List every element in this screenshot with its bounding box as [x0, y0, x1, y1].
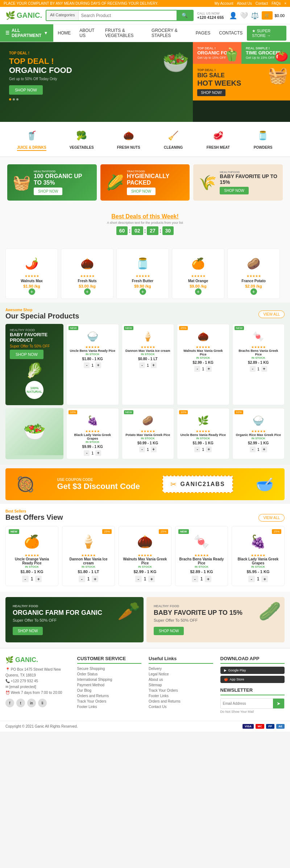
search-input[interactable] — [79, 11, 176, 20]
hero-dot-1[interactable] — [9, 98, 11, 100]
footer-order-status[interactable]: Order Status — [77, 672, 142, 676]
compare-icon[interactable]: ⚖️ — [251, 12, 259, 20]
special-products-section: Awesome Shop Our Special Products VIEW A… — [0, 303, 290, 465]
cat-cleaning[interactable]: 🧹 CLEANING — [163, 127, 183, 151]
top-link-account[interactable]: My Account — [215, 1, 233, 5]
all-departments-button[interactable]: ☰ ALL DEPARTMENT ▼ — [0, 24, 53, 42]
footer-orders-returns2[interactable]: Orders and Returns — [149, 699, 213, 703]
google-play-button[interactable]: ▶ Google Play — [220, 667, 285, 674]
nav-home[interactable]: HOME — [53, 27, 75, 39]
bp-right-shop-button[interactable]: SHOP NOW — [154, 627, 184, 635]
cat-fresh-nuts[interactable]: 🌰 FRESH NUTS — [117, 127, 140, 151]
sp-product-5-qty-minus[interactable]: - — [84, 450, 90, 456]
sp-product-3-qty-plus[interactable]: + — [206, 366, 212, 372]
cart-area[interactable]: 🛒 $0.00 — [262, 11, 285, 20]
close-icon[interactable]: × — [284, 1, 286, 5]
sp-product-4-qty-plus[interactable]: + — [261, 366, 267, 372]
cat-fresh-meat[interactable]: 🥩 FRESH MEAT — [207, 127, 230, 151]
sp-product-5-qty-plus[interactable]: + — [95, 450, 101, 456]
sp-product-2-qty-minus[interactable]: - — [139, 362, 145, 368]
sp-product-2-qty-plus[interactable]: + — [151, 362, 157, 368]
nav-fruits[interactable]: FRUITS & VEGETABLES — [101, 24, 147, 42]
footer-intl-shipping[interactable]: International Shipping — [77, 678, 142, 682]
sp-product-7-qty-plus[interactable]: + — [206, 447, 212, 452]
footer-legal[interactable]: Legal Notice — [149, 672, 213, 676]
best-product-5-qty-plus[interactable]: + — [261, 576, 268, 582]
super-store-button[interactable]: ★ SUPER STORE → — [247, 26, 286, 41]
footer-delivery[interactable]: Delivery — [149, 667, 213, 671]
footer-footer-links2[interactable]: Footer Links — [149, 694, 213, 698]
footer-track-orders[interactable]: Track Your Orders — [77, 699, 142, 703]
sp-product-6-qty-plus[interactable]: + — [151, 447, 157, 452]
search-button[interactable]: 🔍 — [177, 11, 193, 20]
best-view-all-button[interactable]: VIEW ALL — [258, 514, 285, 522]
deal-product-2-add-button[interactable]: + — [84, 288, 91, 295]
search-category-select[interactable]: All Categories — [46, 11, 79, 20]
footer-secure-shopping[interactable]: Secure Shopping — [77, 667, 142, 671]
hero-dot-3[interactable] — [16, 98, 18, 100]
linkedin-icon[interactable]: li — [38, 699, 47, 707]
sp-product-1-qty-plus[interactable]: + — [95, 362, 101, 368]
bp-left-shop-button[interactable]: SHOP NOW — [13, 627, 43, 635]
twitter-icon[interactable]: t — [16, 699, 25, 707]
sp-product-8-qty-plus[interactable]: + — [261, 447, 267, 452]
app-store-button[interactable]: 🍎 App Store — [220, 676, 285, 683]
user-icon[interactable]: 👤 — [229, 12, 237, 20]
best-product-1-qty-plus[interactable]: + — [35, 576, 42, 582]
instagram-icon[interactable]: in — [27, 699, 36, 707]
best-product-2-qty-minus[interactable]: - — [79, 576, 85, 582]
best-product-4-qty-minus[interactable]: - — [192, 576, 198, 582]
promo-organic-button[interactable]: SHOP NOW — [34, 188, 62, 195]
hero-card3-shop-button[interactable]: SHOP NOW! — [197, 89, 225, 96]
cart-icon[interactable]: 🛒 — [262, 11, 273, 20]
sp-product-3-qty-minus[interactable]: - — [194, 366, 200, 372]
hero-shop-now-button[interactable]: SHOP NOW — [9, 85, 43, 95]
best-product-1-qty-minus[interactable]: - — [22, 576, 29, 582]
nav-pages[interactable]: PAGES — [191, 27, 215, 39]
sp-product-1-qty-minus[interactable]: - — [84, 362, 90, 368]
coupon-code-text[interactable]: GANIC21ABS — [180, 481, 225, 488]
deal-product-5-add-button[interactable]: + — [250, 288, 257, 295]
newsletter-email-input[interactable] — [221, 699, 273, 708]
hero-dot-2[interactable] — [13, 98, 15, 100]
footer-track-orders2[interactable]: Track Your Orders — [149, 688, 213, 692]
nav-contacts[interactable]: CONTACTS — [215, 27, 247, 39]
footer-orders-returns[interactable]: Orders and Returns — [77, 694, 142, 698]
top-link-about[interactable]: About Us — [237, 1, 252, 5]
promo-baby-icon: 🌾 — [199, 174, 217, 191]
footer-sitemap[interactable]: Sitemap — [149, 683, 213, 687]
footer-footer-links[interactable]: Footer Links — [77, 705, 142, 709]
best-product-4-qty-plus[interactable]: + — [205, 576, 211, 582]
footer-blog[interactable]: Our Blog — [77, 688, 142, 692]
cat-powders[interactable]: 🫙 POWDERS — [253, 127, 273, 151]
best-product-3-qty-minus[interactable]: - — [135, 576, 142, 582]
deal-product-3-add-button[interactable]: + — [140, 288, 146, 295]
best-product-2-qty-plus[interactable]: + — [92, 576, 98, 582]
nav-about[interactable]: ABOUT US — [75, 24, 101, 42]
facebook-icon[interactable]: f — [5, 699, 14, 707]
cat-vegetables[interactable]: 🥦 VEGETABLES — [70, 127, 94, 151]
footer-contact[interactable]: Contact Us — [149, 705, 213, 709]
sp-product-8-price: $2.99 - 1 KG — [236, 441, 282, 445]
top-link-faq[interactable]: FAQs — [272, 1, 281, 5]
sp-product-4-qty-minus[interactable]: - — [250, 366, 256, 372]
footer-aboutus[interactable]: About us — [149, 678, 213, 682]
cat-juice-drinks[interactable]: 🥤 JUICE & DRINKS — [17, 127, 46, 151]
sp-product-6-qty-minus[interactable]: - — [139, 447, 145, 452]
best-product-5-qty-minus[interactable]: - — [248, 576, 255, 582]
sp-product-7-qty-minus[interactable]: - — [194, 447, 200, 452]
newsletter-submit-button[interactable]: ➤ — [273, 699, 284, 708]
sp-product-5: 10% 🍇 ★★★★★ Black Lady Vania Greek Grape… — [66, 408, 119, 459]
nav-grocery[interactable]: GROCERY & STAPLES — [147, 24, 191, 42]
best-product-3-qty-plus[interactable]: + — [148, 576, 155, 582]
deal-product-4-add-button[interactable]: + — [195, 288, 202, 295]
sp-product-8-qty-minus[interactable]: - — [250, 447, 256, 452]
promo-baby-button[interactable]: SHOP NOW — [220, 187, 248, 194]
special-view-all-button[interactable]: VIEW ALL — [258, 310, 285, 318]
deal-product-1-add-button[interactable]: + — [29, 288, 35, 295]
wishlist-icon[interactable]: 🤍 — [240, 12, 248, 20]
footer-payment-method[interactable]: Payment Method — [77, 683, 142, 687]
top-link-contact[interactable]: Contact — [256, 1, 268, 5]
promo-packed-button[interactable]: SHOP NOW — [127, 188, 156, 195]
featured-shop-button[interactable]: SHOP NOW — [10, 350, 44, 359]
